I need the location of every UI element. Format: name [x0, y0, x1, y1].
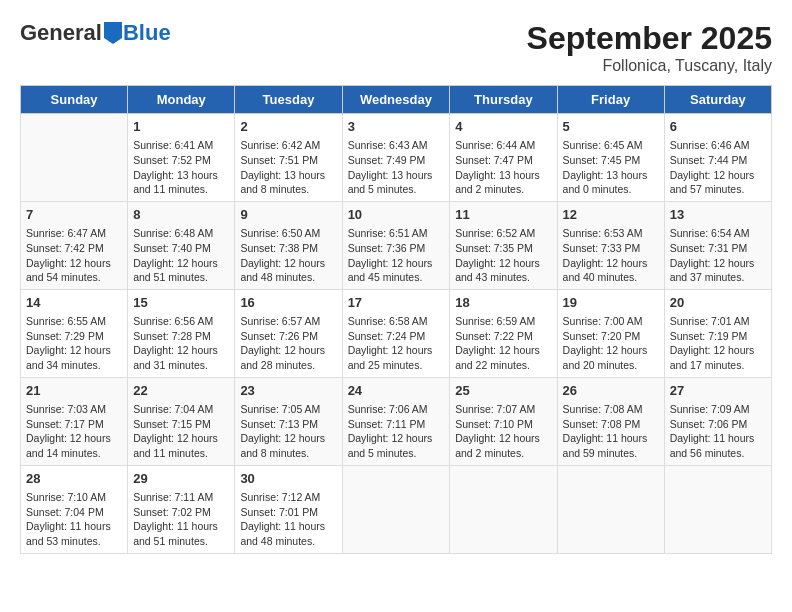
sunset-text: Sunset: 7:20 PM [563, 329, 659, 344]
daylight-text: and 20 minutes. [563, 358, 659, 373]
daylight-text: and 51 minutes. [133, 270, 229, 285]
sunrise-text: Sunrise: 7:12 AM [240, 490, 336, 505]
sunset-text: Sunset: 7:01 PM [240, 505, 336, 520]
day-number: 25 [455, 382, 551, 400]
calendar-cell: 1Sunrise: 6:41 AMSunset: 7:52 PMDaylight… [128, 114, 235, 202]
day-number: 6 [670, 118, 766, 136]
sunset-text: Sunset: 7:40 PM [133, 241, 229, 256]
calendar-body: 1Sunrise: 6:41 AMSunset: 7:52 PMDaylight… [21, 114, 772, 554]
sunrise-text: Sunrise: 7:00 AM [563, 314, 659, 329]
calendar-cell: 10Sunrise: 6:51 AMSunset: 7:36 PMDayligh… [342, 201, 450, 289]
daylight-text: and 8 minutes. [240, 182, 336, 197]
sunrise-text: Sunrise: 7:10 AM [26, 490, 122, 505]
calendar-cell: 7Sunrise: 6:47 AMSunset: 7:42 PMDaylight… [21, 201, 128, 289]
sunset-text: Sunset: 7:35 PM [455, 241, 551, 256]
day-number: 18 [455, 294, 551, 312]
sunset-text: Sunset: 7:52 PM [133, 153, 229, 168]
calendar-cell: 8Sunrise: 6:48 AMSunset: 7:40 PMDaylight… [128, 201, 235, 289]
sunrise-text: Sunrise: 6:50 AM [240, 226, 336, 241]
daylight-text: and 14 minutes. [26, 446, 122, 461]
day-number: 2 [240, 118, 336, 136]
calendar-week-5: 28Sunrise: 7:10 AMSunset: 7:04 PMDayligh… [21, 465, 772, 553]
daylight-text: and 53 minutes. [26, 534, 122, 549]
day-number: 29 [133, 470, 229, 488]
sunset-text: Sunset: 7:11 PM [348, 417, 445, 432]
daylight-text: Daylight: 13 hours [133, 168, 229, 183]
daylight-text: and 0 minutes. [563, 182, 659, 197]
day-number: 15 [133, 294, 229, 312]
sunrise-text: Sunrise: 6:52 AM [455, 226, 551, 241]
daylight-text: and 5 minutes. [348, 446, 445, 461]
calendar-table: SundayMondayTuesdayWednesdayThursdayFrid… [20, 85, 772, 554]
calendar-cell: 23Sunrise: 7:05 AMSunset: 7:13 PMDayligh… [235, 377, 342, 465]
day-number: 22 [133, 382, 229, 400]
calendar-cell: 9Sunrise: 6:50 AMSunset: 7:38 PMDaylight… [235, 201, 342, 289]
day-number: 20 [670, 294, 766, 312]
sunrise-text: Sunrise: 6:59 AM [455, 314, 551, 329]
sunrise-text: Sunrise: 6:48 AM [133, 226, 229, 241]
daylight-text: and 11 minutes. [133, 446, 229, 461]
calendar-cell: 3Sunrise: 6:43 AMSunset: 7:49 PMDaylight… [342, 114, 450, 202]
daylight-text: and 51 minutes. [133, 534, 229, 549]
daylight-text: and 48 minutes. [240, 534, 336, 549]
daylight-text: Daylight: 12 hours [455, 343, 551, 358]
page-subtitle: Follonica, Tuscany, Italy [527, 57, 772, 75]
sunset-text: Sunset: 7:33 PM [563, 241, 659, 256]
sunrise-text: Sunrise: 6:42 AM [240, 138, 336, 153]
daylight-text: and 40 minutes. [563, 270, 659, 285]
daylight-text: and 25 minutes. [348, 358, 445, 373]
daylight-text: Daylight: 11 hours [563, 431, 659, 446]
daylight-text: Daylight: 11 hours [670, 431, 766, 446]
calendar-cell: 29Sunrise: 7:11 AMSunset: 7:02 PMDayligh… [128, 465, 235, 553]
sunset-text: Sunset: 7:38 PM [240, 241, 336, 256]
daylight-text: and 11 minutes. [133, 182, 229, 197]
calendar-cell: 19Sunrise: 7:00 AMSunset: 7:20 PMDayligh… [557, 289, 664, 377]
day-number: 9 [240, 206, 336, 224]
calendar-cell: 28Sunrise: 7:10 AMSunset: 7:04 PMDayligh… [21, 465, 128, 553]
daylight-text: and 34 minutes. [26, 358, 122, 373]
logo-blue-text: Blue [123, 20, 171, 46]
day-number: 21 [26, 382, 122, 400]
day-number: 13 [670, 206, 766, 224]
calendar-cell: 20Sunrise: 7:01 AMSunset: 7:19 PMDayligh… [664, 289, 771, 377]
sunrise-text: Sunrise: 7:07 AM [455, 402, 551, 417]
day-number: 10 [348, 206, 445, 224]
calendar-cell [342, 465, 450, 553]
sunrise-text: Sunrise: 6:56 AM [133, 314, 229, 329]
daylight-text: and 2 minutes. [455, 182, 551, 197]
sunset-text: Sunset: 7:42 PM [26, 241, 122, 256]
daylight-text: Daylight: 12 hours [455, 431, 551, 446]
calendar-week-2: 7Sunrise: 6:47 AMSunset: 7:42 PMDaylight… [21, 201, 772, 289]
calendar-week-1: 1Sunrise: 6:41 AMSunset: 7:52 PMDaylight… [21, 114, 772, 202]
sunset-text: Sunset: 7:49 PM [348, 153, 445, 168]
weekday-header-wednesday: Wednesday [342, 86, 450, 114]
sunset-text: Sunset: 7:36 PM [348, 241, 445, 256]
sunrise-text: Sunrise: 6:44 AM [455, 138, 551, 153]
daylight-text: and 8 minutes. [240, 446, 336, 461]
daylight-text: Daylight: 12 hours [133, 256, 229, 271]
sunset-text: Sunset: 7:08 PM [563, 417, 659, 432]
sunrise-text: Sunrise: 6:58 AM [348, 314, 445, 329]
weekday-header-saturday: Saturday [664, 86, 771, 114]
daylight-text: and 54 minutes. [26, 270, 122, 285]
calendar-cell: 24Sunrise: 7:06 AMSunset: 7:11 PMDayligh… [342, 377, 450, 465]
logo-icon [104, 22, 122, 44]
page-header: General Blue September 2025 Follonica, T… [20, 20, 772, 75]
page-title: September 2025 [527, 20, 772, 57]
daylight-text: Daylight: 13 hours [348, 168, 445, 183]
weekday-row: SundayMondayTuesdayWednesdayThursdayFrid… [21, 86, 772, 114]
day-number: 27 [670, 382, 766, 400]
sunrise-text: Sunrise: 6:47 AM [26, 226, 122, 241]
daylight-text: and 28 minutes. [240, 358, 336, 373]
logo-general-text: General [20, 20, 102, 46]
daylight-text: and 56 minutes. [670, 446, 766, 461]
daylight-text: Daylight: 12 hours [348, 431, 445, 446]
day-number: 30 [240, 470, 336, 488]
daylight-text: and 31 minutes. [133, 358, 229, 373]
daylight-text: Daylight: 12 hours [240, 343, 336, 358]
calendar-cell: 27Sunrise: 7:09 AMSunset: 7:06 PMDayligh… [664, 377, 771, 465]
sunset-text: Sunset: 7:04 PM [26, 505, 122, 520]
calendar-cell: 4Sunrise: 6:44 AMSunset: 7:47 PMDaylight… [450, 114, 557, 202]
calendar-header: SundayMondayTuesdayWednesdayThursdayFrid… [21, 86, 772, 114]
sunrise-text: Sunrise: 6:57 AM [240, 314, 336, 329]
